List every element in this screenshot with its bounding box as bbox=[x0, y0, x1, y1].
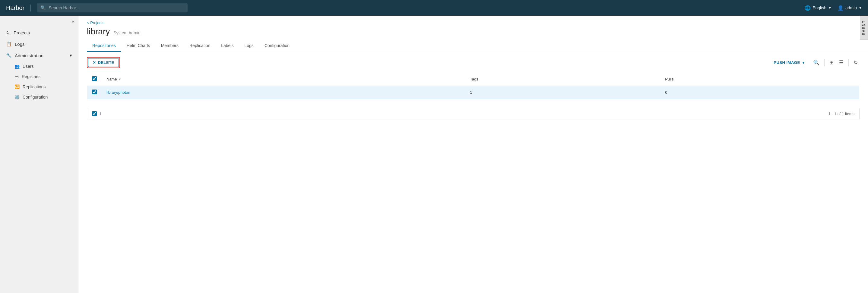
replications-icon: 🔁 bbox=[14, 85, 20, 89]
tabs: Repositories Helm Charts Members Replica… bbox=[87, 40, 860, 52]
sidebar-configuration-label: Configuration bbox=[23, 95, 48, 99]
toolbar-right: PUSH IMAGE ▼ 🔍 ⊞ ☰ ↻ bbox=[769, 58, 860, 67]
sidebar-item-registries[interactable]: 🗃 Registries bbox=[0, 71, 78, 82]
sidebar-item-projects[interactable]: 🗂 Projects bbox=[0, 27, 78, 38]
name-column-label: Name bbox=[106, 77, 117, 82]
lang-chevron-icon: ▼ bbox=[828, 6, 832, 10]
table-row: library/photon 1 0 bbox=[87, 86, 860, 99]
push-image-label: PUSH IMAGE bbox=[774, 60, 800, 65]
globe-icon: 🌐 bbox=[805, 5, 811, 11]
row-checkbox[interactable] bbox=[92, 90, 97, 94]
footer-checkbox[interactable] bbox=[92, 111, 97, 116]
delete-button[interactable]: ✕ DELETE bbox=[88, 58, 119, 67]
pulls-column-label: Pulls bbox=[665, 77, 674, 82]
sort-icon: ▼ bbox=[118, 77, 122, 81]
sidebar-collapse-button[interactable]: « bbox=[72, 19, 74, 24]
navbar: Harbor 🔍 🌐 English ▼ 👤 admin ▼ bbox=[0, 0, 868, 16]
list-view-button[interactable]: ☰ bbox=[837, 58, 845, 67]
projects-icon: 🗂 bbox=[6, 30, 10, 35]
refresh-button[interactable]: ↻ bbox=[852, 58, 860, 67]
tab-repositories[interactable]: Repositories bbox=[87, 40, 121, 52]
repositories-table: Name ▼ Tags Pulls bbox=[87, 72, 860, 108]
tab-configuration[interactable]: Configuration bbox=[259, 40, 295, 52]
table-footer: 1 1 - 1 of 1 items bbox=[87, 108, 860, 119]
configuration-icon: ⚙️ bbox=[14, 95, 20, 99]
administration-icon: 🔧 bbox=[6, 53, 12, 58]
user-icon: 👤 bbox=[838, 5, 843, 11]
sidebar-item-configuration[interactable]: ⚙️ Configuration bbox=[0, 92, 78, 102]
search-bar[interactable]: 🔍 bbox=[37, 3, 188, 12]
delete-button-wrapper: ✕ DELETE bbox=[87, 57, 120, 68]
push-image-chevron-icon: ▼ bbox=[802, 61, 805, 65]
sidebar-item-users[interactable]: 👥 Users bbox=[0, 61, 78, 71]
grid-icon: ⊞ bbox=[829, 59, 834, 66]
page-title: library bbox=[87, 27, 110, 36]
main-container: « 🗂 Projects 📋 Logs 🔧 Administration ▾ 👥… bbox=[0, 16, 868, 293]
event-tab[interactable]: EVENT bbox=[860, 16, 868, 40]
row-pulls-cell: 0 bbox=[660, 86, 859, 99]
sidebar-item-replications[interactable]: 🔁 Replications bbox=[0, 82, 78, 92]
tags-column-label: Tags bbox=[470, 77, 478, 82]
table-area: ✕ DELETE PUSH IMAGE ▼ 🔍 ⊞ bbox=[79, 52, 868, 293]
sidebar-collapse-area: « bbox=[0, 16, 78, 27]
pagination-info: 1 - 1 of 1 items bbox=[829, 111, 855, 116]
tab-replication[interactable]: Replication bbox=[184, 40, 216, 52]
sidebar: « 🗂 Projects 📋 Logs 🔧 Administration ▾ 👥… bbox=[0, 16, 79, 293]
sidebar-administration-header[interactable]: 🔧 Administration ▾ bbox=[0, 50, 78, 61]
lang-label: English bbox=[812, 5, 826, 10]
administration-chevron-icon: ▾ bbox=[70, 53, 72, 58]
tab-logs[interactable]: Logs bbox=[239, 40, 259, 52]
th-name: Name ▼ bbox=[102, 73, 465, 86]
th-checkbox bbox=[87, 73, 102, 86]
sidebar-users-label: Users bbox=[23, 64, 34, 69]
row-tags-cell: 1 bbox=[465, 86, 660, 99]
users-icon: 👥 bbox=[14, 64, 20, 69]
delete-x-icon: ✕ bbox=[93, 60, 96, 65]
th-pulls: Pulls bbox=[660, 73, 859, 86]
row-checkbox-cell bbox=[87, 86, 102, 99]
registries-icon: 🗃 bbox=[14, 74, 19, 79]
sidebar-logs-label: Logs bbox=[15, 42, 25, 47]
logs-icon: 📋 bbox=[6, 41, 12, 47]
toolbar-divider-2 bbox=[848, 59, 849, 66]
search-input[interactable] bbox=[49, 5, 184, 10]
user-menu[interactable]: 👤 admin ▼ bbox=[838, 5, 862, 11]
repo-link[interactable]: library/photon bbox=[106, 90, 130, 95]
content-area: < Projects library System Admin Reposito… bbox=[79, 16, 868, 293]
page-title-row: library System Admin bbox=[87, 27, 860, 36]
refresh-icon: ↻ bbox=[854, 59, 858, 66]
search-icon: 🔍 bbox=[813, 59, 819, 66]
search-icon: 🔍 bbox=[40, 5, 46, 10]
row-pulls-value: 0 bbox=[665, 90, 667, 95]
grid-view-button[interactable]: ⊞ bbox=[828, 58, 835, 67]
tab-members[interactable]: Members bbox=[156, 40, 184, 52]
table-header-row: Name ▼ Tags Pulls bbox=[87, 73, 860, 86]
push-image-button[interactable]: PUSH IMAGE ▼ bbox=[769, 58, 809, 67]
row-tags-value: 1 bbox=[470, 90, 472, 95]
sidebar-replications-label: Replications bbox=[23, 85, 45, 89]
user-chevron-icon: ▼ bbox=[859, 6, 862, 10]
tab-labels[interactable]: Labels bbox=[216, 40, 239, 52]
navbar-right: 🌐 English ▼ 👤 admin ▼ bbox=[805, 5, 862, 11]
user-label: admin bbox=[845, 5, 857, 10]
search-toggle-button[interactable]: 🔍 bbox=[811, 58, 821, 67]
page-subtitle: System Admin bbox=[114, 30, 140, 35]
th-tags: Tags bbox=[465, 73, 660, 86]
sidebar-projects-label: Projects bbox=[13, 30, 30, 35]
tab-helm-charts[interactable]: Helm Charts bbox=[121, 40, 156, 52]
page-header: < Projects library System Admin Reposito… bbox=[79, 16, 868, 52]
toolbar-left: ✕ DELETE bbox=[87, 57, 120, 68]
row-name-cell: library/photon bbox=[102, 86, 465, 99]
select-all-checkbox[interactable] bbox=[92, 76, 97, 81]
toolbar-divider-1 bbox=[824, 59, 825, 66]
list-icon: ☰ bbox=[839, 59, 843, 66]
table-spacer-row bbox=[87, 99, 860, 108]
sidebar-item-logs[interactable]: 📋 Logs bbox=[0, 38, 78, 50]
sidebar-administration-label: Administration bbox=[15, 53, 43, 58]
delete-label: DELETE bbox=[98, 60, 114, 65]
breadcrumb[interactable]: < Projects bbox=[87, 21, 860, 25]
sidebar-registries-label: Registries bbox=[22, 74, 40, 79]
language-selector[interactable]: 🌐 English ▼ bbox=[805, 5, 832, 11]
toolbar: ✕ DELETE PUSH IMAGE ▼ 🔍 ⊞ bbox=[87, 57, 860, 68]
app-brand: Harbor bbox=[6, 4, 31, 11]
